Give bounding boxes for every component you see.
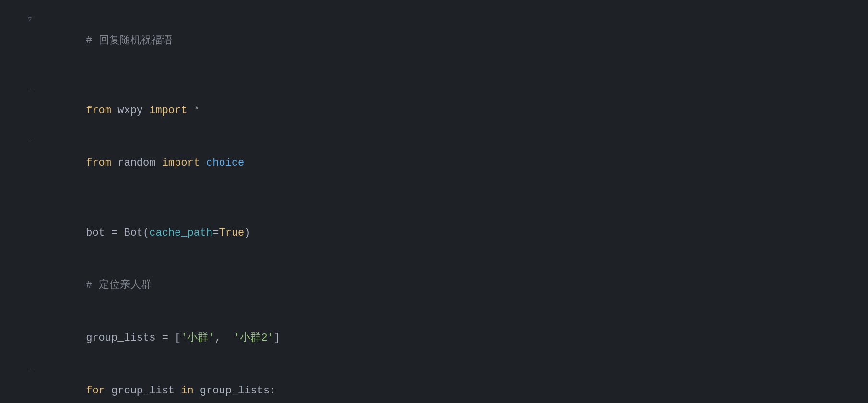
for-var: group_list <box>105 385 181 397</box>
fold-icon-2[interactable]: – <box>26 85 34 93</box>
gutter-2: – <box>0 85 38 93</box>
code-line-empty1 <box>0 67 868 84</box>
fold-icon-3[interactable]: – <box>26 138 34 145</box>
code-content-6: group_lists = ['小群', '小群2'] <box>38 313 868 364</box>
comment-1: # 回复随机祝福语 <box>86 35 172 47</box>
group-str2: '小群2' <box>234 332 274 344</box>
code-line-for: – for group_list in group_lists: <box>0 364 868 403</box>
gutter-7: – <box>0 365 38 373</box>
import2-func: choice <box>206 157 244 169</box>
code-line-import2: – from random import choice <box>0 137 868 190</box>
for-iter: group_lists: <box>194 385 276 397</box>
code-content-e1 <box>38 68 868 85</box>
code-container: ▽ # 回复随机祝福语 – from wxpy import * – from … <box>0 0 868 403</box>
for-kw: for <box>86 385 105 397</box>
import2-kw: import <box>162 157 200 169</box>
import2-mod: random <box>111 157 162 169</box>
code-line-bot: bot = Bot(cache_path=True) <box>0 207 868 260</box>
code-content-7: for group_list in group_lists: <box>38 365 868 403</box>
group-line-start: group_lists = [ <box>86 332 181 344</box>
fold-icon-7[interactable]: – <box>26 365 34 373</box>
code-content-2: from wxpy import * <box>38 85 868 136</box>
code-content-1: # 回复随机祝福语 <box>38 15 868 66</box>
code-line-group-lists: group_lists = ['小群', '小群2'] <box>0 312 868 365</box>
gutter-3: – <box>0 138 38 145</box>
fold-icon-1[interactable]: ▽ <box>26 15 34 23</box>
import1-kw: import <box>149 105 187 117</box>
import1-mod: wxpy <box>111 105 149 117</box>
group-str1: '小群' <box>181 332 214 344</box>
code-line-empty2 <box>0 190 868 207</box>
for-in: in <box>181 385 193 397</box>
code-content-3: from random import choice <box>38 138 868 189</box>
bot-param: cache_path <box>149 227 212 239</box>
comment-2: # 定位亲人群 <box>86 279 151 291</box>
bot-val: True <box>219 227 244 239</box>
gutter-1: ▽ <box>0 15 38 23</box>
import1-rest: * <box>187 105 199 117</box>
code-line-import1: – from wxpy import * <box>0 84 868 137</box>
bot-line-start: bot = Bot( <box>86 227 149 239</box>
code-content-4: bot = Bot(cache_path=True) <box>38 208 868 259</box>
code-line-comment1: ▽ # 回复随机祝福语 <box>0 14 868 67</box>
code-content-e2 <box>38 190 868 207</box>
code-line-comment2: # 定位亲人群 <box>0 259 868 312</box>
import2-from: from <box>86 157 111 169</box>
import1-from: from <box>86 105 111 117</box>
code-content-5: # 定位亲人群 <box>38 260 868 311</box>
